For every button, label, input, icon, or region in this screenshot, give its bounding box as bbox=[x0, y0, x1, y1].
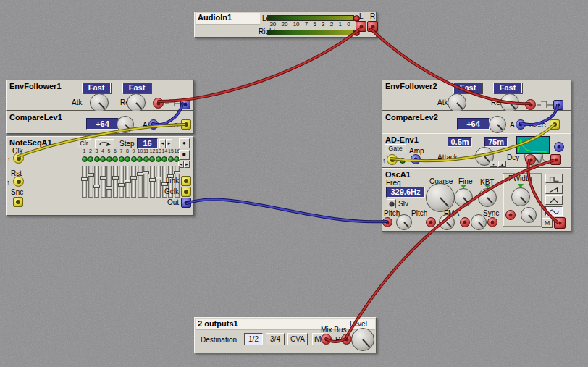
link-port[interactable] bbox=[181, 176, 191, 186]
pwidth-mod-port[interactable] bbox=[505, 210, 516, 220]
compare-out-port[interactable] bbox=[550, 119, 560, 130]
atk-knob[interactable] bbox=[448, 93, 466, 112]
step-slider[interactable] bbox=[88, 166, 93, 198]
gate-button[interactable]: Gate bbox=[385, 144, 406, 153]
pwidth-mod-knob[interactable] bbox=[521, 207, 537, 223]
port-l-label: L bbox=[359, 12, 364, 20]
fma-input-port[interactable] bbox=[460, 217, 470, 227]
rst-input-port[interactable] bbox=[13, 176, 24, 187]
a-input-port[interactable] bbox=[516, 119, 526, 130]
kbt-knob[interactable] bbox=[478, 188, 497, 207]
step-slider-handle[interactable] bbox=[125, 180, 131, 183]
step-slider[interactable] bbox=[101, 166, 106, 198]
clk-input-port[interactable] bbox=[13, 153, 24, 164]
step-slider[interactable] bbox=[106, 166, 112, 198]
gate-input-port[interactable] bbox=[387, 154, 398, 165]
compare-level-display[interactable]: +64 bbox=[86, 118, 119, 130]
wave-sine-button[interactable] bbox=[545, 206, 563, 216]
compare-level-knob[interactable] bbox=[117, 116, 134, 133]
step-slider-handle[interactable] bbox=[106, 186, 112, 190]
step-slider-handle[interactable] bbox=[174, 171, 180, 174]
step-slider-handle[interactable] bbox=[88, 173, 94, 177]
seq-out-port[interactable] bbox=[181, 198, 191, 208]
step-slider[interactable] bbox=[131, 166, 136, 198]
step-slider[interactable] bbox=[156, 166, 161, 198]
record-button[interactable]: ● bbox=[179, 138, 190, 148]
rel-knob[interactable] bbox=[127, 93, 146, 112]
wave-saw-button[interactable] bbox=[545, 185, 563, 194]
compare-level-knob[interactable] bbox=[489, 116, 506, 133]
step-slider-handle[interactable] bbox=[118, 183, 125, 187]
atk-fast-button[interactable]: Fast bbox=[453, 83, 482, 93]
amp-input-port[interactable] bbox=[411, 154, 421, 164]
step-slider[interactable] bbox=[150, 166, 155, 198]
clear-button[interactable]: Clr bbox=[77, 139, 91, 148]
step-slider-handle[interactable] bbox=[100, 176, 106, 180]
mix-r-port[interactable] bbox=[341, 334, 352, 345]
step-slider-handle[interactable] bbox=[130, 176, 137, 180]
stop-button[interactable]: ■ bbox=[179, 150, 190, 160]
rel-fast-button[interactable]: Fast bbox=[122, 83, 151, 93]
audio-in-port[interactable] bbox=[525, 99, 536, 110]
pitch2-input-port[interactable] bbox=[426, 217, 436, 227]
step-slider[interactable] bbox=[82, 166, 87, 198]
step-count-display[interactable]: 16 bbox=[137, 138, 158, 149]
fine-knob[interactable] bbox=[454, 188, 473, 207]
audio-in-port[interactable] bbox=[525, 154, 536, 165]
range-down-button[interactable]: ▼ bbox=[490, 161, 497, 167]
destination-3-4-button[interactable]: 3/4 bbox=[266, 333, 285, 345]
step-slider[interactable] bbox=[94, 166, 99, 198]
step-slider-handle[interactable] bbox=[155, 177, 161, 180]
audio-out-r-port[interactable] bbox=[367, 21, 378, 32]
compare-level-display[interactable]: +64 bbox=[457, 118, 490, 130]
atk-knob[interactable] bbox=[90, 93, 109, 112]
step-slider[interactable] bbox=[125, 166, 130, 198]
module-title: AD-Env1 bbox=[385, 135, 419, 144]
destination-1-2-button[interactable]: 1/2 bbox=[244, 333, 263, 345]
step-slider-handle[interactable] bbox=[93, 185, 100, 188]
step-slider-handle[interactable] bbox=[112, 176, 119, 180]
osc-out-port[interactable] bbox=[554, 217, 566, 229]
pwidth-knob[interactable] bbox=[511, 187, 530, 206]
audio-out-port[interactable] bbox=[550, 154, 561, 165]
shift-right-button[interactable]: ► bbox=[184, 161, 190, 168]
snc-port[interactable] bbox=[13, 197, 23, 207]
audio-in-port[interactable] bbox=[153, 98, 164, 109]
step-number: 6 bbox=[113, 148, 118, 153]
step-slider[interactable] bbox=[113, 166, 118, 198]
compare-out-port[interactable] bbox=[181, 119, 191, 130]
coarse-knob[interactable] bbox=[426, 183, 455, 212]
atk-fast-button[interactable]: Fast bbox=[82, 83, 111, 93]
rel-fast-button[interactable]: Fast bbox=[493, 83, 522, 93]
pitch1-knob[interactable] bbox=[396, 214, 412, 230]
gclk-port[interactable] bbox=[181, 187, 191, 197]
step-decrement-button[interactable]: ◄ bbox=[159, 139, 166, 148]
env-out-port[interactable] bbox=[180, 99, 190, 109]
frequency-display[interactable]: 329.6Hz bbox=[386, 187, 425, 198]
decay-time-display[interactable]: 75m bbox=[484, 137, 508, 147]
env-cv-out-port[interactable] bbox=[554, 142, 564, 152]
mix-l-port[interactable] bbox=[321, 334, 332, 345]
a-input-port[interactable] bbox=[148, 119, 159, 130]
atk-label: Atk bbox=[72, 98, 82, 106]
range-up-button[interactable]: ▲ bbox=[498, 161, 506, 167]
slave-toggle[interactable] bbox=[387, 199, 396, 208]
step-slider-handle[interactable] bbox=[81, 177, 88, 181]
mute-button[interactable]: M bbox=[542, 218, 553, 228]
sync-input-port[interactable] bbox=[487, 217, 497, 227]
pitch1-input-port[interactable] bbox=[382, 217, 392, 227]
attack-time-display[interactable]: 0.5m bbox=[448, 137, 472, 147]
wave-triangle-button[interactable] bbox=[545, 195, 563, 205]
loop-mode-button[interactable] bbox=[95, 139, 114, 148]
step-increment-button[interactable]: ► bbox=[166, 139, 172, 148]
step-slider[interactable] bbox=[119, 166, 124, 198]
audio-out-l-port[interactable] bbox=[356, 21, 366, 32]
step-slider[interactable] bbox=[143, 166, 148, 198]
wave-square-button[interactable] bbox=[545, 174, 563, 183]
env-out-port[interactable] bbox=[553, 100, 563, 110]
rel-knob[interactable] bbox=[500, 93, 519, 112]
level-knob[interactable] bbox=[351, 328, 374, 351]
destination-cva-button[interactable]: CVA bbox=[287, 333, 308, 345]
step-slider-handle[interactable] bbox=[143, 171, 149, 174]
step-slider[interactable] bbox=[138, 166, 143, 198]
